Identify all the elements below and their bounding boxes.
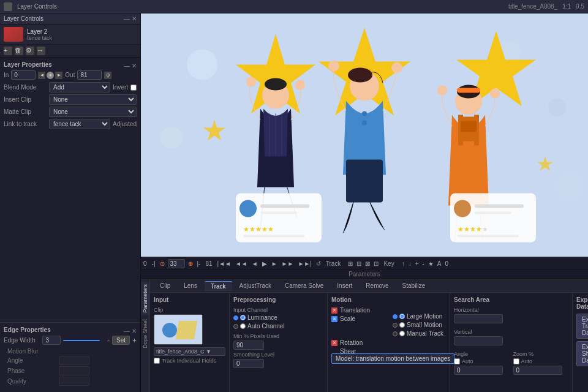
skip-start[interactable]: |◄◄	[216, 260, 232, 267]
angle-auto-label: Auto	[462, 358, 473, 364]
invert-checkbox[interactable]	[130, 85, 137, 91]
skip-end[interactable]: ►►|	[296, 260, 312, 267]
tab-track[interactable]: Track	[205, 281, 232, 291]
export-data-section: Export Data Export Tracking Data... Expo…	[573, 293, 588, 392]
key-ctrl-5[interactable]: ★	[427, 260, 435, 267]
track-ctrl-1[interactable]: ⊞	[347, 260, 354, 267]
layer-props-minimize[interactable]: —	[124, 62, 130, 69]
tab-stabilize[interactable]: Stabilize	[396, 281, 432, 290]
tab-insert[interactable]: Insert	[331, 281, 358, 290]
play[interactable]: ▶	[261, 260, 268, 267]
key-ctrl-7[interactable]: 0	[444, 260, 450, 267]
smoothing-label: Smoothing Level	[233, 352, 323, 358]
timeline-bar: 0 -| ⊙ ⊕ |- 81 |◄◄ ◄◄ ◄ ▶ ► ►► ►►| ↺ Tra…	[141, 257, 588, 270]
prev-one[interactable]: ◄	[251, 260, 259, 267]
rotation-label: Rotation	[340, 339, 363, 346]
tab-remove[interactable]: Remove	[360, 281, 394, 290]
svg-point-1	[187, 50, 217, 80]
in-prev[interactable]: ◄	[38, 72, 45, 79]
export-tracking-button[interactable]: Export Tracking Data...	[576, 314, 588, 339]
clip-name[interactable]: title_fence_A008_C ▼	[154, 347, 225, 356]
track-individual-checkbox[interactable]	[154, 358, 160, 364]
prev-frame[interactable]: ◄◄	[234, 260, 249, 267]
scene-svg: ★★★★★ ★★★★ ★	[141, 13, 588, 257]
minimize-btn[interactable]: —	[124, 15, 130, 22]
key-ctrl-6[interactable]: A	[436, 260, 443, 267]
tooltip-text: Model: translation motion between images	[336, 355, 450, 362]
angle-auto-checkbox[interactable]	[454, 358, 460, 364]
in-circle[interactable]: ●	[47, 72, 54, 79]
phase-field[interactable]	[59, 366, 89, 375]
svg-point-33	[490, 89, 500, 99]
angle-value-field[interactable]	[454, 366, 503, 375]
edge-close[interactable]: ✕	[132, 328, 137, 334]
edge-plus[interactable]: +	[132, 336, 137, 345]
zoom-auto-checkbox[interactable]	[513, 358, 519, 364]
svg-point-17	[295, 80, 305, 90]
tab-clip[interactable]: Clip	[154, 281, 176, 290]
key-ctrl-1[interactable]: ↑	[401, 260, 406, 267]
out-controls[interactable]: ⊕	[104, 72, 111, 79]
matte-clip-label: Matte Clip	[4, 108, 47, 115]
svg-point-48	[162, 323, 177, 337]
expand-btn[interactable]: ↔	[37, 47, 45, 55]
edge-minimize[interactable]: —	[124, 328, 130, 334]
horizontal-field[interactable]	[454, 314, 503, 323]
export-shape-button[interactable]: Export Shape Data...	[576, 341, 588, 366]
matte-clip-dropdown[interactable]: None	[49, 107, 137, 117]
tl-ctrl-circle[interactable]: ⊙	[159, 260, 166, 267]
edge-minus[interactable]: -	[107, 336, 110, 345]
scale-x-icon: ✕	[331, 316, 337, 322]
side-tab-dope-sheet[interactable]: Dope Sheet	[141, 317, 149, 351]
layer-props-close[interactable]: ✕	[132, 62, 137, 69]
quality-field[interactable]	[59, 377, 89, 386]
vertical-field[interactable]	[454, 336, 503, 345]
layer-item[interactable]: Layer 2 fence tack	[0, 24, 140, 45]
set-button[interactable]: Set	[112, 336, 130, 345]
key-ctrl-2[interactable]: ↓	[407, 260, 413, 267]
tabs-row: Clip Lens Track AdjustTrack Camera Solve…	[150, 279, 588, 293]
zoom-value-field[interactable]	[513, 366, 562, 375]
luminance-radio[interactable]	[240, 315, 246, 320]
tab-lens[interactable]: Lens	[178, 281, 203, 290]
edge-width-field[interactable]	[42, 336, 61, 345]
tl-frame-field[interactable]	[168, 259, 185, 268]
zoom-auto-row: Auto	[513, 358, 569, 364]
invert-label: Invert	[113, 84, 128, 91]
side-tab-parameters[interactable]: Parameters	[141, 282, 149, 315]
angle-field[interactable]	[59, 356, 89, 365]
settings-btn[interactable]: ⚙	[26, 47, 34, 55]
tl-ctrl-prev[interactable]: -|	[151, 260, 157, 267]
input-title: Input	[154, 296, 225, 303]
small-motion-radio[interactable]	[399, 322, 405, 328]
input-section: Input Clip title_fence_A008_C ▼	[150, 293, 230, 392]
key-add[interactable]: +	[414, 260, 420, 267]
delete-layer-btn[interactable]: 🗑	[15, 47, 23, 55]
next-frame[interactable]: ►►	[281, 260, 295, 267]
link-track-dropdown[interactable]: fence tack	[49, 119, 110, 129]
blend-mode-dropdown[interactable]: Add Normal Multiply	[49, 82, 110, 92]
in-next[interactable]: ►	[55, 72, 62, 79]
auto-channel-radio[interactable]	[240, 323, 246, 329]
insert-clip-dropdown[interactable]: None	[49, 94, 137, 105]
track-ctrl-3[interactable]: ⊠	[364, 260, 371, 267]
add-layer-btn[interactable]: +	[4, 47, 12, 55]
bottom-content: Clip Lens Track AdjustTrack Camera Solve…	[150, 279, 588, 392]
key-remove[interactable]: -	[421, 260, 426, 267]
next-one[interactable]: ►	[270, 260, 279, 267]
track-ctrl-4[interactable]: ⊡	[372, 260, 380, 267]
tab-camera-solve[interactable]: Camera Solve	[279, 281, 330, 290]
loop[interactable]: ↺	[315, 260, 322, 267]
panel-toolbar: + 🗑 ⚙ ↔	[0, 45, 140, 58]
edge-width-slider[interactable]	[63, 340, 99, 341]
close-btn[interactable]: ✕	[132, 15, 137, 22]
tl-ctrl-out[interactable]: ⊕	[187, 260, 194, 267]
in-field[interactable]	[11, 70, 36, 80]
out-field[interactable]	[77, 70, 102, 80]
smoothing-field[interactable]	[233, 359, 264, 368]
track-ctrl-2[interactable]: ⊟	[355, 260, 363, 267]
tab-adjusttrack[interactable]: AdjustTrack	[233, 281, 277, 290]
min-pixels-field[interactable]	[233, 341, 264, 350]
tl-ctrl-next[interactable]: |-	[196, 260, 202, 267]
manual-track-radio[interactable]	[399, 331, 405, 336]
